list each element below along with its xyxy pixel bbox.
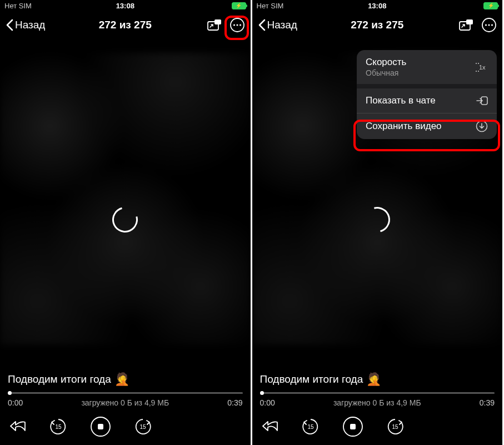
playback-controls: 15 15 <box>8 416 243 437</box>
menu-save-video[interactable]: Сохранить видео <box>357 113 497 139</box>
svg-rect-23 <box>350 424 356 429</box>
more-button[interactable] <box>481 17 497 33</box>
share-button[interactable] <box>10 419 27 434</box>
playback-controls: 15 15 <box>260 416 495 437</box>
screen-right: Нет SIM 13:08 ⚡ Назад 272 из 275 Скорост <box>252 0 505 445</box>
status-bar: Нет SIM 13:08 ⚡ <box>252 0 503 11</box>
page-title: 272 из 275 <box>351 19 403 31</box>
battery-charging-icon: ⚡ <box>483 2 498 9</box>
svg-text:15: 15 <box>55 424 62 430</box>
menu-speed[interactable]: Скорость Обычная 1x <box>357 50 497 84</box>
bottom-bar: Подводим итоги года 🤦 0:00 загружено 0 Б… <box>252 372 503 445</box>
share-button[interactable] <box>262 419 279 434</box>
time-current: 0:00 <box>260 398 275 407</box>
video-caption: Подводим итоги года 🤦 <box>260 372 495 387</box>
time-current: 0:00 <box>8 398 23 407</box>
back-button[interactable]: Назад <box>258 19 297 31</box>
seek-bar[interactable] <box>260 392 495 394</box>
nav-bar: Назад 272 из 275 <box>252 11 503 39</box>
skip-forward-15-button[interactable]: 15 <box>386 417 405 436</box>
chevron-left-icon <box>6 19 14 31</box>
svg-point-14 <box>488 24 490 26</box>
svg-text:15: 15 <box>307 424 314 430</box>
svg-point-15 <box>491 24 493 26</box>
menu-show-in-chat-label: Показать в чате <box>366 95 436 106</box>
caption-text: Подводим итоги года <box>260 373 363 385</box>
clock: 13:08 <box>368 2 386 10</box>
status-bar: Нет SIM 13:08 ⚡ <box>0 0 251 11</box>
time-info: 0:00 загружено 0 Б из 4,9 МБ 0:39 <box>8 398 243 407</box>
seek-bar[interactable] <box>8 392 243 394</box>
back-label: Назад <box>15 19 45 31</box>
sim-status: Нет SIM <box>257 2 284 10</box>
caption-text: Подводим итоги года <box>8 373 111 385</box>
svg-text:15: 15 <box>139 424 146 430</box>
sim-status: Нет SIM <box>4 2 32 10</box>
loading-status: загружено 0 Б из 4,9 МБ <box>333 398 421 407</box>
chevron-left-icon <box>258 19 266 31</box>
seek-thumb[interactable] <box>260 391 264 395</box>
svg-text:1x: 1x <box>479 64 486 71</box>
svg-rect-8 <box>98 424 103 429</box>
skip-back-15-button[interactable]: 15 <box>49 417 68 436</box>
bottom-bar: Подводим итоги года 🤦 0:00 загружено 0 Б… <box>0 372 251 445</box>
clock: 13:08 <box>116 2 134 10</box>
time-total: 0:39 <box>480 398 495 407</box>
pip-button[interactable] <box>207 19 222 31</box>
svg-point-4 <box>236 24 238 26</box>
nav-bar: Назад 272 из 275 <box>0 11 251 39</box>
back-button[interactable]: Назад <box>6 19 45 31</box>
skip-forward-15-button[interactable]: 15 <box>133 417 152 436</box>
screen-left: Нет SIM 13:08 ⚡ Назад 272 из 275 Подводи… <box>0 0 252 445</box>
pip-button[interactable] <box>459 19 473 31</box>
context-menu: Скорость Обычная 1x Показать в чате Сохр… <box>357 50 497 139</box>
loading-status: загружено 0 Б из 4,9 МБ <box>81 398 169 407</box>
menu-save-video-label: Сохранить видео <box>366 121 442 132</box>
svg-rect-1 <box>214 19 221 24</box>
battery-indicator: ⚡ <box>232 2 246 9</box>
more-button[interactable] <box>229 17 245 33</box>
menu-speed-value: Обычная <box>366 68 406 77</box>
menu-show-in-chat[interactable]: Показать в чате <box>357 88 497 113</box>
svg-point-5 <box>239 24 241 26</box>
skip-back-15-button[interactable]: 15 <box>301 417 320 436</box>
menu-separator <box>357 84 497 88</box>
battery-charging-icon: ⚡ <box>232 2 246 9</box>
facepalm-emoji-icon: 🤦 <box>114 372 129 387</box>
facepalm-emoji-icon: 🤦 <box>366 372 381 387</box>
svg-rect-11 <box>466 19 473 24</box>
video-caption: Подводим итоги года 🤦 <box>8 372 243 387</box>
seek-thumb[interactable] <box>8 391 12 395</box>
download-icon <box>476 120 488 132</box>
time-total: 0:39 <box>227 398 242 407</box>
svg-point-13 <box>485 24 487 26</box>
stop-button[interactable] <box>342 416 363 437</box>
speed-1x-icon: 1x <box>475 62 488 73</box>
back-label: Назад <box>267 19 297 31</box>
go-to-chat-icon <box>476 95 488 106</box>
video-area[interactable] <box>0 53 251 345</box>
time-info: 0:00 загружено 0 Б из 4,9 МБ 0:39 <box>260 398 495 407</box>
svg-text:15: 15 <box>392 424 398 430</box>
menu-speed-label: Скорость <box>366 57 406 68</box>
page-title: 272 из 275 <box>99 19 152 31</box>
svg-point-3 <box>233 24 234 26</box>
battery-indicator: ⚡ <box>483 2 498 9</box>
stop-button[interactable] <box>90 416 111 437</box>
